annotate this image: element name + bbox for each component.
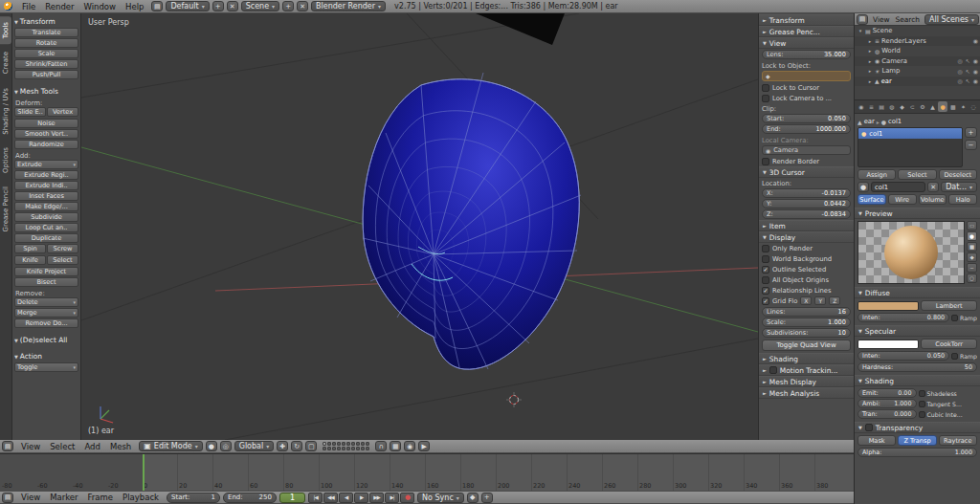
- outliner-item-scene[interactable]: ▾▤Scene: [855, 26, 980, 36]
- layer-toggle-3[interactable]: [332, 442, 336, 446]
- menu-help[interactable]: Help: [121, 2, 148, 11]
- breadcrumb-object[interactable]: ear: [864, 118, 875, 125]
- diffuse-color-swatch[interactable]: [858, 301, 919, 311]
- viewport-3d-canvas[interactable]: [81, 13, 758, 440]
- editor-type-icon[interactable]: ▤: [151, 1, 163, 11]
- menu-add[interactable]: Add: [79, 442, 104, 451]
- lock-object-field[interactable]: ◆: [762, 71, 851, 81]
- tool-knife-project[interactable]: Knife Project: [14, 267, 78, 276]
- checkbox-icon[interactable]: [762, 245, 769, 252]
- field-x[interactable]: X:-0.0137: [762, 188, 851, 198]
- tool-delete[interactable]: Delete▾: [14, 297, 78, 307]
- menu-search[interactable]: Search: [893, 15, 923, 24]
- layer-toggle-18[interactable]: [356, 447, 360, 450]
- tool-randomize[interactable]: Randomize: [14, 140, 78, 149]
- field-lens[interactable]: Lens:35.000: [762, 50, 851, 59]
- editor-type-icon[interactable]: ▤: [857, 14, 868, 25]
- menu-marker[interactable]: Marker: [45, 493, 82, 502]
- checkbox-icon[interactable]: [762, 95, 769, 102]
- ear-mesh[interactable]: [363, 73, 581, 369]
- menu-frame[interactable]: Frame: [83, 493, 118, 502]
- mode-dropdown[interactable]: ▣Edit Mode▾: [139, 441, 202, 451]
- tri-right-icon[interactable]: ▸: [867, 58, 873, 64]
- tool-duplicate[interactable]: Duplicate: [14, 233, 78, 243]
- tab-particles[interactable]: ✶: [959, 101, 969, 112]
- tri-right-icon[interactable]: ▸: [867, 48, 873, 54]
- tool-tab-create[interactable]: Create: [0, 46, 11, 79]
- record-button[interactable]: ●: [400, 493, 414, 503]
- add-material-slot-button[interactable]: +: [965, 127, 977, 138]
- checkbox-relationship-lines[interactable]: ✓Relationship Lines: [762, 285, 851, 296]
- tool-rotate[interactable]: Rotate: [14, 38, 78, 48]
- tool-merge[interactable]: Merge▾: [14, 308, 78, 318]
- preview-hair-button[interactable]: ~: [967, 263, 977, 273]
- panel-header-specular[interactable]: ▼Specular: [855, 325, 980, 337]
- layer-toggle-19[interactable]: [361, 447, 365, 450]
- checkbox-all-object-origins[interactable]: All Object Origins: [762, 274, 851, 285]
- tool-knife[interactable]: Knife: [14, 255, 46, 265]
- preview-sky-button[interactable]: ○: [967, 274, 977, 283]
- 3d-viewport[interactable]: User Persp (1) ear: [81, 13, 758, 440]
- panel-header-shading[interactable]: ►Shading: [759, 353, 854, 364]
- cursor-toggle-icon[interactable]: ↖: [966, 57, 970, 64]
- preview-flat-button[interactable]: ▭: [967, 221, 977, 230]
- axis-toggle-x[interactable]: X: [800, 296, 812, 305]
- checkbox-icon[interactable]: ✓: [762, 287, 769, 295]
- jump-to-start-button[interactable]: |◀: [308, 493, 323, 503]
- checkbox-cubic-inte[interactable]: Cubic Inte...: [919, 409, 978, 419]
- manipulator-scale-button[interactable]: ▢: [305, 441, 317, 451]
- tri-right-icon[interactable]: ▸: [867, 78, 873, 84]
- panel-header-view[interactable]: ▼View: [759, 37, 854, 49]
- material-link-dropdown[interactable]: Dat...▾: [941, 182, 977, 192]
- field-start[interactable]: Start:0.050: [762, 114, 851, 123]
- type-wire[interactable]: Wire: [888, 194, 917, 205]
- outliner-item-renderlayers[interactable]: ▸≡RenderLayers◉: [855, 36, 980, 47]
- field-z[interactable]: Z:-0.0834: [762, 209, 851, 219]
- material-slot-selected[interactable]: ● col1: [858, 128, 962, 139]
- panel-header-diffuse[interactable]: ▼Diffuse: [855, 287, 980, 298]
- panel-header-transparency[interactable]: ▼ Transparency: [855, 422, 980, 433]
- local-camera-field[interactable]: ◉Camera: [762, 145, 851, 155]
- tab-object[interactable]: ◆: [898, 101, 907, 112]
- type-surface[interactable]: Surface: [858, 194, 886, 205]
- panel-header-mesh-tools[interactable]: ▼Mesh Tools: [14, 86, 78, 97]
- preview-cube-button[interactable]: ■: [967, 242, 977, 252]
- layer-toggle-20[interactable]: [366, 447, 369, 450]
- tool-push-pull[interactable]: Push/Pull: [14, 70, 78, 79]
- panel-header-de-select-all[interactable]: ▼(De)select All: [14, 335, 78, 345]
- tool-extrude-regi[interactable]: Extrude Regi..: [14, 170, 78, 180]
- opengl-render-animation-button[interactable]: ▶: [418, 441, 430, 451]
- preview-monkey-button[interactable]: ◆: [967, 252, 977, 262]
- end-frame-field[interactable]: End:250: [223, 493, 277, 503]
- snap-magnet-button[interactable]: ∩: [375, 441, 387, 451]
- unlink-material-button[interactable]: ✕: [927, 182, 939, 192]
- delete-layout-button[interactable]: ✕: [227, 1, 238, 11]
- specular-color-swatch[interactable]: [858, 340, 919, 349]
- tab-physics[interactable]: ◌: [969, 101, 978, 112]
- transparency-raytrace[interactable]: Raytrace: [939, 435, 977, 446]
- layer-toggle-14[interactable]: [337, 447, 341, 450]
- start-frame-field[interactable]: Start:1: [167, 493, 220, 503]
- tab-material[interactable]: ●: [938, 101, 947, 112]
- tool-tab-shading-uvs[interactable]: Shading / UVs: [0, 82, 11, 141]
- insert-keyframe-button[interactable]: +: [481, 493, 493, 503]
- layer-toggle-2[interactable]: [327, 442, 331, 446]
- tab-constraints[interactable]: ⊂: [907, 101, 917, 112]
- panel-header-shading[interactable]: ▼Shading: [855, 375, 980, 386]
- manipulator-translate-button[interactable]: ✚: [277, 441, 288, 451]
- transparency-checkbox[interactable]: [865, 424, 873, 431]
- menu-file[interactable]: File: [17, 2, 40, 11]
- renderable-toggle-icon[interactable]: ◉: [973, 77, 978, 84]
- axis-toggle-y[interactable]: Y: [814, 296, 826, 305]
- checkbox-icon[interactable]: [762, 276, 769, 284]
- renderable-toggle-icon[interactable]: ◉: [973, 57, 978, 64]
- tool-bisect[interactable]: Bisect: [14, 277, 78, 287]
- menu-select[interactable]: Select: [45, 442, 79, 451]
- layer-toggle-12[interactable]: [327, 447, 331, 450]
- panel-header-mesh-analysis[interactable]: ►Mesh Analysis: [759, 387, 854, 399]
- breadcrumb-material[interactable]: col1: [888, 118, 902, 125]
- checkbox-shadeless[interactable]: Shadeless: [919, 388, 978, 398]
- tool-tab-tools[interactable]: Tools: [0, 16, 11, 44]
- sync-dropdown[interactable]: No Sync▾: [417, 493, 464, 503]
- tool-translate[interactable]: Translate: [14, 28, 78, 37]
